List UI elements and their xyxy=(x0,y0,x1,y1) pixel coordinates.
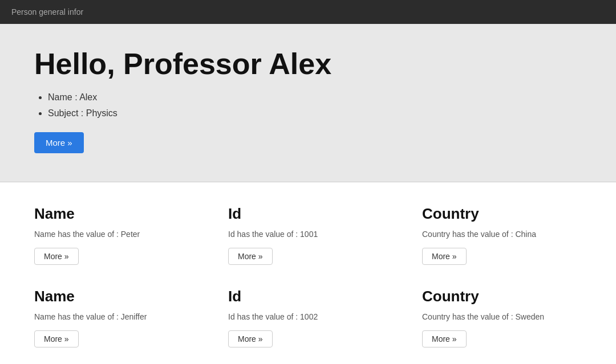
card-5-more-button[interactable]: More » xyxy=(228,330,273,347)
card-3-title: Country xyxy=(422,205,582,223)
card-5-title: Id xyxy=(228,288,388,305)
card-2: Id Id has the value of : 1001 More » xyxy=(228,205,388,265)
top-bar-title: Person general infor xyxy=(11,7,83,17)
hero-list-item-subject: Subject : Physics xyxy=(48,108,582,118)
card-6: Country Country has the value of : Swede… xyxy=(422,288,582,347)
card-6-description: Country has the value of : Sweden xyxy=(422,312,582,321)
card-3: Country Country has the value of : China… xyxy=(422,205,582,265)
card-1-more-button[interactable]: More » xyxy=(34,248,79,265)
card-4-title: Name xyxy=(34,288,194,305)
card-3-more-button[interactable]: More » xyxy=(422,248,467,265)
top-bar: Person general infor xyxy=(0,0,616,24)
card-4-more-button[interactable]: More » xyxy=(34,330,79,347)
cards-grid: Name Name has the value of : Peter More … xyxy=(34,205,582,347)
card-1-title: Name xyxy=(34,205,194,223)
card-1-description: Name has the value of : Peter xyxy=(34,230,194,239)
card-6-title: Country xyxy=(422,288,582,305)
card-5: Id Id has the value of : 1002 More » xyxy=(228,288,388,347)
card-4-description: Name has the value of : Jeniffer xyxy=(34,312,194,321)
hero-list: Name : Alex Subject : Physics xyxy=(34,92,582,118)
hero-list-item-name: Name : Alex xyxy=(48,92,582,103)
hero-more-button[interactable]: More » xyxy=(34,132,84,153)
hero-heading: Hello, Professor Alex xyxy=(34,47,582,81)
hero-section: Hello, Professor Alex Name : Alex Subjec… xyxy=(0,24,616,182)
cards-section: Name Name has the value of : Peter More … xyxy=(0,182,616,364)
card-4: Name Name has the value of : Jeniffer Mo… xyxy=(34,288,194,347)
card-6-more-button[interactable]: More » xyxy=(422,330,467,347)
card-2-description: Id has the value of : 1001 xyxy=(228,230,388,239)
card-2-title: Id xyxy=(228,205,388,223)
card-1: Name Name has the value of : Peter More … xyxy=(34,205,194,265)
card-5-description: Id has the value of : 1002 xyxy=(228,312,388,321)
card-3-description: Country has the value of : China xyxy=(422,230,582,239)
card-2-more-button[interactable]: More » xyxy=(228,248,273,265)
